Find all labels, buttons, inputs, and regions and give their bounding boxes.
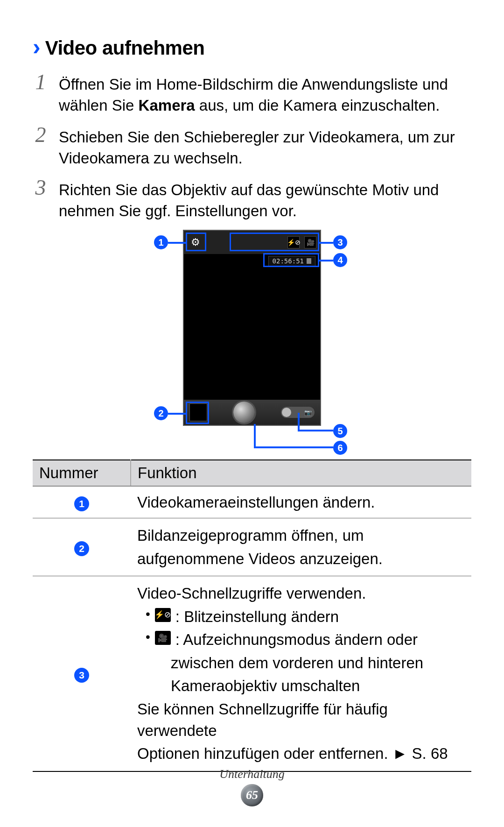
- row2-line1: Bildanzeigeprogramm öffnen, um: [137, 525, 465, 546]
- leader-5v: [298, 413, 300, 431]
- row-text-2: Bildanzeigeprogramm öffnen, um aufgenomm…: [137, 525, 465, 569]
- table-row: 2 Bildanzeigeprogramm öffnen, um aufgeno…: [33, 518, 471, 576]
- row-badge-2: 2: [74, 541, 89, 556]
- flash-setting-icon: ⚡⊘: [155, 608, 171, 622]
- step-2: 2 Schieben Sie den Schieberegler zur Vid…: [33, 124, 471, 169]
- step-text-bold: Kamera: [139, 97, 195, 114]
- step-3: 3 Richten Sie das Objektiv auf das gewün…: [33, 177, 471, 221]
- step-number: 3: [33, 177, 49, 198]
- leader-5h: [298, 430, 333, 431]
- page-number-badge: 65: [241, 784, 263, 806]
- step-text: Richten Sie das Objektiv auf das gewünsc…: [59, 177, 460, 221]
- camcorder-figure: ⚙ ⚡⊘ 🎥 02:56:51 🎥 📷: [121, 230, 383, 445]
- callout-box-3: [230, 233, 319, 251]
- callout-box-4: [263, 253, 319, 267]
- bullet-flash: • ⚡⊘ : Blitzeinstellung ändern: [137, 606, 465, 628]
- step-text: Schieben Sie den Schieberegler zur Video…: [59, 124, 460, 169]
- leader-6v: [254, 424, 256, 447]
- col-header-function: Funktion: [131, 460, 471, 486]
- bullet-recmode-text-c: Kameraobjektiv umschalten: [137, 675, 465, 697]
- row3-intro: Video-Schnellzugriffe verwenden.: [137, 583, 465, 604]
- row-text-3: Video-Schnellzugriffe verwenden. • ⚡⊘ : …: [137, 583, 465, 764]
- shutter-button: [233, 402, 255, 423]
- row3-outro-2: Optionen hinzufügen oder entfernen. ► S.…: [137, 743, 465, 764]
- footer-section: Unterhaltung: [0, 767, 504, 781]
- leader-2: [168, 413, 186, 415]
- row-text-1: Videokameraeinstellungen ändern.: [131, 486, 471, 518]
- photo-mode-icon: 📷: [304, 409, 312, 416]
- bullet-flash-text: : Blitzeinstellung ändern: [175, 606, 465, 628]
- row-badge-1: 1: [74, 496, 89, 511]
- callout-5: 5: [333, 424, 347, 438]
- bullet-recmode-text-a: : Aufzeichnungsmodus ändern oder: [175, 629, 465, 650]
- callout-box-2: [186, 402, 209, 424]
- page-footer: Unterhaltung 65: [0, 767, 504, 806]
- bullet-recmode: • 🎥 : Aufzeichnungsmodus ändern oder: [137, 629, 465, 650]
- row3-outro-1: Sie können Schnellzugriffe für häufig ve…: [137, 699, 465, 741]
- table-row: 1 Videokameraeinstellungen ändern.: [33, 486, 471, 518]
- leader-1: [168, 242, 186, 244]
- leader-4: [319, 260, 333, 262]
- bullet-dot-icon: •: [146, 606, 150, 622]
- step-text-post: aus, um die Kamera einzuschalten.: [195, 97, 440, 114]
- function-table: Nummer Funktion 1 Videokameraeinstellung…: [33, 459, 471, 771]
- callout-box-1: [186, 233, 206, 251]
- bullet-recmode-text-b: zwischen dem vorderen und hinteren: [137, 652, 465, 674]
- leader-3: [319, 242, 333, 244]
- step-number: 1: [33, 71, 49, 93]
- section-heading: Video aufnehmen: [45, 37, 205, 59]
- bullet-dot-icon: •: [146, 629, 150, 645]
- callout-2: 2: [154, 406, 168, 420]
- col-header-number: Nummer: [33, 460, 131, 486]
- step-number: 2: [33, 124, 49, 146]
- step-text: Öffnen Sie im Home-Bildschirm die Anwend…: [59, 71, 460, 116]
- leader-6h: [254, 446, 333, 448]
- step-1: 1 Öffnen Sie im Home-Bildschirm die Anwe…: [33, 71, 471, 116]
- callout-4: 4: [333, 253, 347, 267]
- callout-1: 1: [154, 235, 168, 249]
- row2-line2: aufgenommene Videos anzuzeigen.: [137, 548, 465, 570]
- recmode-icon: 🎥: [155, 631, 171, 645]
- row-badge-3: 3: [74, 668, 89, 683]
- table-row: 3 Video-Schnellzugriffe verwenden. • ⚡⊘ …: [33, 576, 471, 771]
- chevron-right-icon: ›: [33, 35, 41, 58]
- callout-6: 6: [333, 441, 347, 455]
- callout-3: 3: [333, 235, 347, 249]
